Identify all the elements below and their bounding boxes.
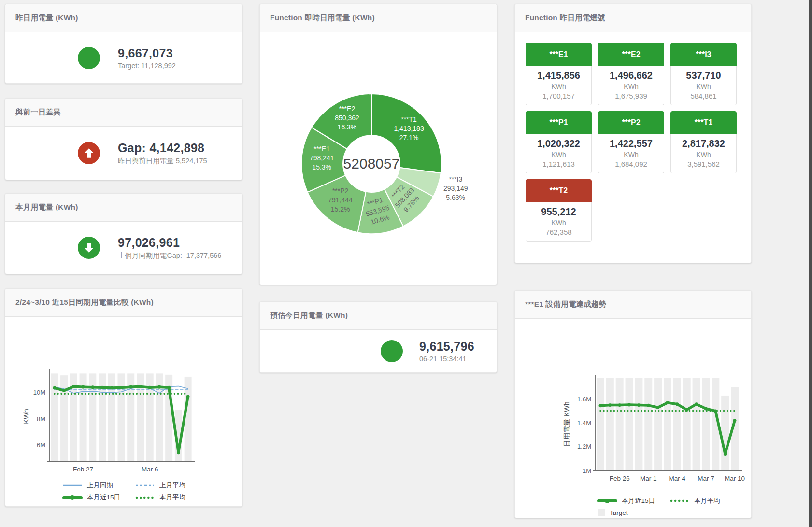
legend-swatch-icon (135, 495, 155, 500)
tile-body: 955,212KWh762,358 (526, 202, 592, 242)
legend-item-本月平均[interactable]: 本月平均 (670, 496, 720, 506)
tile-status-header: ***P2 (598, 111, 664, 134)
y-tick-label: 1M (583, 467, 591, 474)
stat-timestamp: 06-21 15:34:41 (419, 355, 474, 363)
target-bar (683, 378, 691, 470)
tile-body: 1,020,322KWh1,121,613 (526, 134, 592, 173)
legend-item-Target[interactable]: Target (62, 504, 120, 507)
legend-item-Target[interactable]: Target (597, 508, 655, 518)
tile-status-header: ***I3 (670, 43, 737, 66)
data-point (675, 402, 679, 406)
target-bar (673, 378, 681, 470)
data-point (618, 403, 621, 407)
legend-swatch-icon (597, 509, 605, 517)
tile-status-header: ***P1 (526, 111, 592, 134)
panel-title: Function 即時日用電量 (KWh) (270, 13, 375, 23)
light-tile-E2: ***E21,496,662KWh1,675,939 (598, 43, 664, 105)
legend-label: 本月平均 (694, 497, 720, 505)
target-bar (597, 378, 604, 470)
data-point (110, 386, 114, 390)
data-point (53, 386, 56, 390)
card-estimated-today: 預估今日用電量 (KWh) 9,615,796 06-21 15:34:41 (259, 301, 497, 373)
panel-title: ***E1 設備用電達成趨勢 (525, 299, 606, 310)
legend-item-本月近15日[interactable]: 本月近15日 (597, 496, 655, 506)
panel-title: Function 昨日用電燈號 (525, 13, 605, 23)
donut-chart[interactable]: ***T11,413,18327.1%***I3293,1495.63%***T… (260, 32, 497, 285)
y-tick-label: 6M (37, 442, 45, 449)
legend-item-本月近15日[interactable]: 本月近15日 (62, 492, 120, 502)
x-tick-label: Mar 7 (698, 475, 714, 482)
tile-value: 1,496,662 (599, 70, 663, 81)
data-point (608, 403, 612, 407)
y-axis-label: KWh (22, 409, 30, 424)
light-tile-P2: ***P21,422,557KWh1,684,092 (598, 111, 664, 173)
data-point (666, 401, 670, 404)
x-tick-label: Mar 10 (725, 475, 745, 482)
data-point (158, 385, 161, 389)
stat-subtitle: 上個月同期用電Gap: -17,377,566 (118, 251, 221, 260)
tile-unit: KWh (599, 151, 663, 158)
status-circle-icon (78, 142, 100, 164)
data-point (695, 402, 698, 406)
target-bar (644, 378, 652, 470)
tile-unit: KWh (599, 83, 663, 90)
card-status-lights: Function 昨日用電燈號 ***E11,415,856KWh1,700,1… (514, 4, 752, 263)
tile-unit: KWh (672, 83, 735, 90)
legend-item-本月平均[interactable]: 本月平均 (135, 492, 185, 502)
panel-title: 2/24~3/10 近15日同期用電量比較 (KWh) (15, 298, 154, 308)
legend-item-上月平均[interactable]: 上月平均 (135, 480, 185, 490)
status-circle-icon (78, 237, 100, 259)
stat-subtitle: Target: 11,128,992 (118, 62, 176, 70)
target-bar (635, 378, 642, 470)
stat-row: 97,026,961 上個月同期用電Gap: -17,377,566 (5, 222, 242, 274)
dashboard: 昨日用電量 (KWh) 9,667,073 Target: 11,128,992… (0, 0, 812, 527)
tile-status-header: ***T1 (670, 111, 737, 134)
light-tile-I3: ***I3537,710KWh584,861 (670, 43, 737, 105)
stat-value: 9,615,796 (419, 340, 474, 354)
legend-swatch-icon (597, 498, 617, 504)
donut-center-total: 5208057 (343, 156, 400, 171)
target-bar (626, 378, 633, 470)
status-circle-icon (381, 340, 403, 362)
y-tick-label: 8M (37, 415, 45, 423)
tile-body: 537,710KWh584,861 (670, 66, 737, 105)
x-tick-label: Feb 27 (73, 466, 93, 473)
x-tick-label: Mar 6 (142, 466, 158, 473)
x-tick-label: Mar 1 (640, 475, 657, 482)
stat-value: Gap: 4,142,898 (118, 141, 207, 155)
data-point (167, 386, 171, 389)
arrow-down-icon (83, 242, 95, 254)
panel-header: 2/24~3/10 近15日同期用電量比較 (KWh) (5, 289, 242, 317)
trend-line-chart[interactable]: 1M1.2M1.4M1.6MFeb 26Mar 1Mar 4Mar 7Mar 1… (515, 319, 752, 493)
chart-legend: 本月近15日本月平均Target (597, 496, 720, 518)
tile-target: 584,861 (672, 92, 735, 100)
data-point (139, 385, 142, 388)
target-bar (606, 378, 614, 470)
tile-target: 1,684,092 (599, 160, 663, 168)
legend-swatch-icon (62, 483, 83, 488)
data-point (62, 389, 66, 392)
panel-header: Function 即時日用電量 (KWh) (260, 4, 497, 32)
legend-label: 上月平均 (159, 481, 185, 490)
legend-item-上月同期[interactable]: 上月同期 (62, 480, 120, 490)
legend-label: Target (75, 506, 93, 507)
data-point (177, 451, 180, 454)
stat-row: 9,667,073 Target: 11,128,992 (5, 32, 242, 83)
stat-text: 9,667,073 Target: 11,128,992 (118, 46, 176, 70)
data-point (627, 403, 631, 407)
data-point (724, 452, 727, 456)
comparison-line-chart[interactable]: 6M8M10MFeb 27Mar 6KWh (5, 317, 242, 477)
y-tick-label: 1.6M (577, 396, 591, 403)
slice-label: ***I3293,1495.63% (443, 175, 468, 201)
card-15day-comparison-chart: 2/24~3/10 近15日同期用電量比較 (KWh) 6M8M10MFeb 2… (5, 288, 242, 507)
panel-header: ***E1 設備用電達成趨勢 (515, 291, 751, 319)
tile-target: 3,591,562 (672, 160, 735, 168)
target-bar (702, 378, 710, 470)
data-point (120, 386, 123, 389)
y-axis-label: 日用電量 KWh (563, 401, 570, 446)
scrollbar[interactable] (809, 0, 812, 527)
chart-legend: 上月同期上月平均本月近15日本月平均Target (62, 480, 185, 507)
data-point (714, 410, 717, 413)
tile-body: 2,817,832KWh3,591,562 (670, 134, 737, 173)
card-yesterday-usage: 昨日用電量 (KWh) 9,667,073 Target: 11,128,992 (5, 4, 242, 84)
